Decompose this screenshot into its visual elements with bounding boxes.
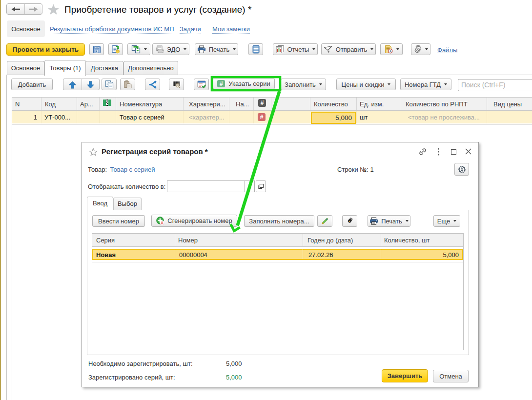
svg-text:A: A [161, 220, 164, 225]
